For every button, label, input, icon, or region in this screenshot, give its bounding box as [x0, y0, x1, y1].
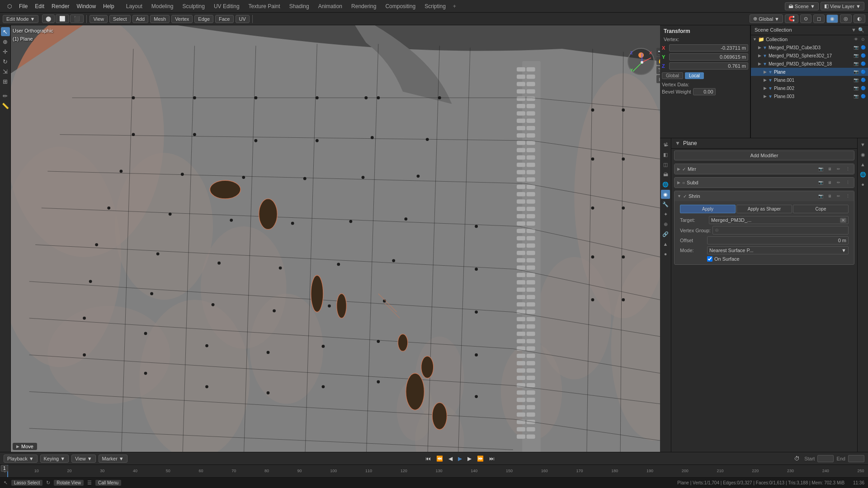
modifier-mirror-edit[interactable]: ✏	[835, 165, 842, 173]
modifier-shrin-move[interactable]: ⋮	[844, 192, 851, 200]
menu-edit[interactable]: Edit	[31, 2, 48, 10]
select-menu[interactable]: Select	[109, 15, 131, 23]
tool-scale[interactable]: ⇲	[1, 67, 10, 76]
vertex-group-input[interactable]: ⊕	[712, 226, 849, 235]
outliner-item-plane[interactable]: ▶ ▼ Plane 📷 🔵	[751, 68, 868, 76]
tab-animation[interactable]: Animation	[314, 2, 347, 10]
snap-toggle[interactable]: 🧲	[785, 14, 798, 23]
outliner-item-sphere17[interactable]: ▶ ▼ Merged_PM3D_Sphere3D2_17 📷 🔵	[751, 52, 868, 60]
toggle-grid[interactable]: ⊞	[656, 75, 660, 83]
tool-move[interactable]: ✛	[1, 47, 10, 56]
add-menu[interactable]: Add	[132, 15, 149, 23]
tool-cursor[interactable]: ⊕	[1, 37, 10, 46]
step-back-button[interactable]: ◀	[447, 455, 454, 463]
props-material-icon[interactable]: ●	[661, 249, 670, 258]
menu-file[interactable]: File	[15, 2, 31, 10]
face-menu[interactable]: Face	[215, 15, 233, 23]
mesh-menu[interactable]: Mesh	[150, 15, 170, 23]
vertex-menu[interactable]: Vertex	[171, 15, 193, 23]
modifier-shrin-cam[interactable]: 📷	[817, 192, 824, 200]
status-rotate-view[interactable]: Rotate View	[54, 480, 84, 486]
plane001-render[interactable]: 🔵	[860, 77, 866, 83]
edge-select-mode[interactable]: ⬜	[56, 14, 69, 23]
tab-texture-paint[interactable]: Texture Paint	[244, 2, 285, 10]
tool-measure[interactable]: 📏	[1, 101, 10, 110]
transform-z-input[interactable]: 0.761 m	[669, 62, 748, 70]
editor-mode-selector[interactable]: Edit Mode ▼	[3, 15, 38, 23]
props-view-layer-icon[interactable]: ◫	[661, 160, 670, 169]
modifier-subd-expand[interactable]: ▶	[677, 180, 680, 185]
viewport-shading-solid[interactable]: ◉	[826, 14, 838, 23]
view-menu[interactable]: View	[90, 15, 108, 23]
properties-object-name[interactable]: Plane	[683, 140, 854, 146]
add-modifier-button[interactable]: Add Modifier	[674, 150, 854, 160]
prev-keyframe-button[interactable]: ⏪	[434, 455, 445, 463]
navigation-gizmo[interactable]: X Y Z 📷 ✋ 🎬 ⊞	[627, 48, 655, 75]
props-constraint-icon[interactable]: 🔗	[661, 230, 670, 239]
timeline-track[interactable]: 1 1 10 20 30 40 50 60 70 80 90 100 110 1…	[0, 465, 868, 477]
props-output-icon[interactable]: ◧	[661, 150, 670, 159]
side-object-icon[interactable]: ◉	[859, 150, 868, 159]
toggle-render[interactable]: 🎬	[656, 66, 660, 74]
modifier-expand-arrow[interactable]: ▶	[677, 167, 680, 171]
outliner-filter-icon[interactable]: ▼	[851, 27, 856, 33]
apply-as-shaper-button[interactable]: Apply as Shaper	[736, 205, 792, 213]
jump-end-button[interactable]: ⏭	[487, 455, 496, 463]
bevel-weight-input[interactable]: 0.00	[693, 88, 716, 95]
sphere17-camera[interactable]: 📷	[853, 52, 859, 59]
view-layer-selector[interactable]: ◧ View Layer ▼	[821, 2, 864, 10]
next-keyframe-button[interactable]: ⏩	[475, 455, 486, 463]
side-item-icon[interactable]: ▼	[859, 140, 868, 149]
props-data-icon[interactable]: ▲	[661, 239, 670, 249]
view-dropdown[interactable]: View ▼	[71, 455, 96, 463]
outliner-item-cube[interactable]: ▶ ▼ Merged_PM3D_Cube3D3 📷 🔵	[751, 43, 868, 52]
tool-rotate[interactable]: ↻	[1, 57, 10, 66]
add-workspace-button[interactable]: +	[450, 2, 459, 10]
plane-render[interactable]: 🔵	[860, 69, 866, 75]
scene-selector[interactable]: 🏔 Scene ▼	[785, 2, 819, 10]
modifier-subd-cam[interactable]: 📷	[817, 179, 824, 186]
offset-value[interactable]: 0 m	[707, 236, 849, 244]
tab-scripting[interactable]: Scripting	[420, 2, 450, 10]
toggle-light[interactable]: ✋	[656, 57, 660, 65]
modifier-mirror-cam[interactable]: 📷	[817, 165, 824, 173]
tab-modeling[interactable]: Modeling	[147, 2, 178, 10]
plane003-render[interactable]: 🔵	[860, 93, 866, 99]
modifier-mirror-render[interactable]: 🖥	[826, 165, 833, 173]
tool-annotate[interactable]: ✏	[1, 91, 10, 100]
toggle-camera[interactable]: 📷	[656, 48, 660, 56]
modifier-mirror-check[interactable]: ✓	[682, 167, 686, 172]
plane002-render[interactable]: 🔵	[860, 85, 866, 91]
jump-start-button[interactable]: ⏮	[424, 455, 433, 463]
keying-dropdown[interactable]: Keying ▼	[40, 455, 69, 463]
start-frame-input[interactable]: 1	[817, 455, 834, 462]
props-modifier-icon[interactable]: 🔧	[661, 200, 670, 209]
tab-sculpting[interactable]: Sculpting	[178, 2, 209, 10]
plane-camera[interactable]: 📷	[853, 69, 859, 75]
tab-layout[interactable]: Layout	[122, 2, 147, 10]
props-world-icon[interactable]: 🌐	[661, 180, 670, 189]
viewport-shading-wire[interactable]: ◻	[813, 14, 825, 23]
outliner-item-collection[interactable]: ▼ 📁 Collection 👁 ⊙	[751, 35, 868, 43]
playback-dropdown[interactable]: Playback ▼	[4, 455, 38, 463]
plane003-camera[interactable]: 📷	[853, 93, 859, 99]
uv-menu[interactable]: UV	[236, 15, 250, 23]
target-value[interactable]: Merged_PM3D_... ✕	[709, 216, 849, 224]
modifier-mirror-move[interactable]: ⋮	[844, 165, 851, 173]
step-forward-button[interactable]: ▶	[466, 455, 473, 463]
tool-select[interactable]: ↖	[1, 27, 10, 36]
menu-help[interactable]: Help	[99, 2, 118, 10]
side-scene-icon[interactable]: 🌐	[859, 170, 868, 179]
cube-camera[interactable]: 📷	[853, 44, 859, 51]
current-frame-display[interactable]: 1	[1, 465, 8, 472]
props-render-icon[interactable]: 📽	[661, 140, 670, 149]
viewport-3d[interactable]: User Orthographic (1) Plane X Y Z	[11, 25, 660, 452]
on-surface-checkbox[interactable]	[707, 256, 712, 262]
menu-render[interactable]: Render	[48, 2, 73, 10]
tab-uv-editing[interactable]: UV Editing	[209, 2, 244, 10]
plane002-camera[interactable]: 📷	[853, 85, 859, 91]
modifier-subd-check[interactable]: ○	[682, 180, 685, 185]
modifier-subd-move[interactable]: ⋮	[844, 179, 851, 186]
marker-dropdown[interactable]: Marker ▼	[99, 455, 127, 463]
outliner-search-icon[interactable]: 🔍	[858, 27, 864, 33]
